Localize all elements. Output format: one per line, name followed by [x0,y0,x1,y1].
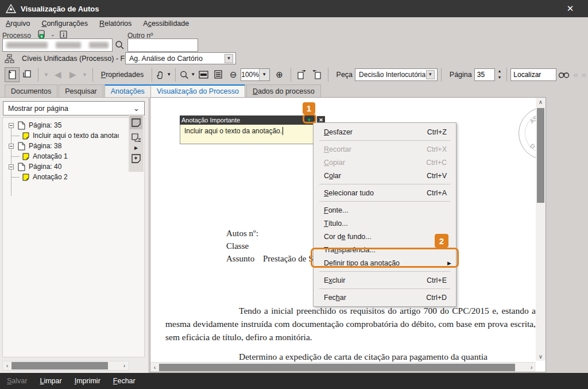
scroll-up-icon[interactable]: ∧ [536,99,546,105]
previous-button[interactable]: ◀ [51,67,65,82]
zoom-out-button[interactable]: ⊖ [226,67,241,82]
menu-item-colar[interactable]: ColarCtrl+V [314,169,456,182]
menubar: Arquivo Configurações Relatórios Acessib… [0,17,588,30]
next-button[interactable]: ▶ [65,67,80,82]
scroll-left-icon[interactable]: ‹ [3,361,11,370]
scrollbar-thumb[interactable] [159,364,515,371]
fechar-button[interactable]: Fechar [113,377,136,385]
tab-anotacoes[interactable]: Anotações [105,84,151,97]
fit-width-button[interactable] [196,67,211,82]
submenu-arrow-icon[interactable]: ▶ [134,147,138,150]
copy-pages-button[interactable] [20,67,34,82]
nav-dropdown-icon-2[interactable]: ▼ [80,72,89,78]
tab-dados-processo[interactable]: Dados do processo [246,84,321,97]
tab-documentos[interactable]: Documentos [5,84,57,97]
zoom-dropdown-icon[interactable]: ▼ [191,72,195,77]
hand-dropdown-icon[interactable]: ▼ [167,72,171,77]
hand-tool-button[interactable]: ▼ [156,67,172,82]
tree-row-note[interactable]: Anotação 1 [3,151,68,161]
show-per-page-select[interactable]: Mostrar por página ⌄ [3,101,145,115]
workflow-icon[interactable] [5,54,14,63]
find-previous-icon[interactable]: « [571,70,579,79]
scrollbar-thumb[interactable] [11,362,108,369]
menu-separator [319,184,450,184]
menu-item-copiar[interactable]: CopiarCtrl+C [314,156,456,169]
scroll-left-icon[interactable]: ‹ [150,363,159,372]
tree-expander-icon[interactable] [9,164,14,170]
document-vscrollbar[interactable]: ∧ ∨ [536,98,546,361]
fit-page-button[interactable] [211,67,226,82]
localizar-input[interactable] [510,68,556,81]
spinner-up-icon[interactable]: ▲ [496,68,504,75]
menu-item-desfazer[interactable]: DesfazerCtrl+Z [314,125,456,138]
imprimir-button[interactable]: Imprimir [75,377,100,385]
chevron-down-icon[interactable]: ⌄ [51,32,55,37]
scroll-right-icon[interactable]: › [527,363,536,372]
tree-row-pagina-35[interactable]: Página: 35 [3,120,61,130]
processo-input[interactable] [2,38,113,52]
zoom-in-button[interactable]: ⊕ [272,67,287,82]
tree-row-pagina-40[interactable]: Página: 40 [3,161,61,172]
document-hscrollbar[interactable]: ‹ › [150,362,536,372]
scroll-down-icon[interactable]: ∨ [536,353,546,360]
annotation-mini-toolbar: ▶ [129,114,144,172]
nav-dropdown-icon[interactable]: ▼ [42,72,51,78]
menu-item-recortar[interactable]: RecortarCtrl+X [314,142,456,156]
annotation-dropdown-icon[interactable]: ▼ [307,117,312,123]
menu-item-selecionar-tudo[interactable]: Selecionar tudoCtrl+A [314,186,456,199]
add-note-button[interactable] [130,152,142,165]
search-icon[interactable] [115,40,125,50]
scrollbar-thumb[interactable] [537,108,544,203]
show-per-page-value: Mostrar por página [8,105,68,113]
tree-row-pagina-38[interactable]: Página: 38 [3,141,61,151]
peca-label: Peça [332,71,355,79]
back-arrow-icon: ◀ [55,70,61,80]
unlock-document-icon[interactable] [37,30,46,39]
annotation-header[interactable]: Anotação Importante ▼ [180,115,316,125]
close-icon[interactable]: ✕ [560,0,580,17]
menu-item-titulo[interactable]: Título... [314,217,456,230]
tree-row-note[interactable]: Incluir aqui o texto da anotaçã [3,130,119,141]
peca-dropdown-icon[interactable]: ▼ [426,70,435,79]
zoom-tool-button[interactable]: ▼ [179,67,196,82]
info-icon[interactable] [60,30,67,38]
find-button[interactable] [556,67,571,82]
next-piece-button[interactable] [295,67,310,82]
zoom-level-combo[interactable]: 100% ▼ [241,68,269,81]
tree-expander-icon[interactable] [9,144,14,149]
pagina-label: Página [445,71,474,79]
scroll-right-icon[interactable]: › [120,361,129,370]
menu-item-fechar[interactable]: FecharCtrl+D [314,291,456,304]
menu-item-excluir[interactable]: ExcluirCtrl+E [314,274,456,287]
menu-relatorios[interactable]: Relatórios [99,20,131,28]
menu-configuracoes[interactable]: Configurações [41,20,88,28]
menu-item-fonte[interactable]: Fonte... [314,203,456,217]
spinner-down-icon[interactable]: ▼ [496,75,504,81]
tab-visualizacao-processo[interactable]: Visualização do Processo [150,84,245,97]
menu-item-definir-tipo-anotacao[interactable]: Definir tipo da anotação ▶ [314,256,456,269]
zoom-level-dropdown-icon[interactable]: ▼ [259,69,269,80]
previous-piece-button[interactable] [310,67,324,82]
outro-input[interactable] [127,38,198,52]
tree-expander-icon[interactable] [9,123,14,128]
annotation-box[interactable]: Anotação Importante ▼ Incluir aqui o tex… [180,115,316,144]
annotation-tool-button[interactable] [5,67,20,82]
annotation-text-area[interactable]: Incluir aqui o texto da anotação. [180,125,316,144]
tree-row-note[interactable]: Anotação 2 [3,172,68,182]
peca-select[interactable]: Decisão Interlocutória ▼ [355,68,438,81]
pagina-spinner[interactable]: ▲ ▼ [496,68,504,81]
salvar-button[interactable]: Salvar [7,377,27,385]
propriedades-button[interactable]: Propriedades [96,71,148,79]
find-next-icon[interactable]: » [580,70,588,79]
fila-dropdown-icon[interactable]: ▼ [225,54,233,63]
left-panel-hscrollbar[interactable]: ‹ › [2,361,129,371]
document-paragraph: Determino a expedição de carta de citaçã… [165,350,536,363]
tab-pesquisar[interactable]: Pesquisar [59,84,103,97]
menu-acessibilidade[interactable]: Acessibilidade [143,20,189,28]
note-list-button[interactable] [130,131,142,145]
pagina-input[interactable] [474,68,495,81]
fila-select[interactable]: Ag. Análise do Cartório ▼ [125,52,236,64]
limpar-button[interactable]: Limpar [40,377,61,385]
menu-arquivo[interactable]: Arquivo [6,20,30,28]
note-shape-button[interactable] [130,115,142,129]
